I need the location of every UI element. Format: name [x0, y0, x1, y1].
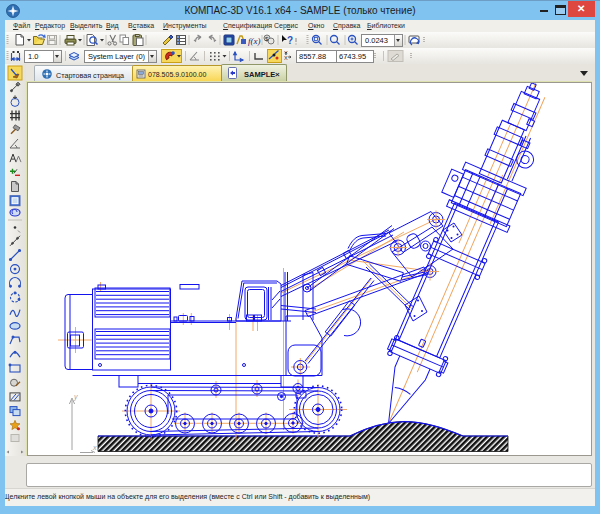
svg-text:f(x): f(x) — [248, 36, 261, 46]
svg-text:X: X — [284, 55, 288, 61]
svg-text:y: y — [73, 393, 78, 401]
svg-text:x: x — [92, 444, 97, 451]
svg-text:?: ? — [287, 35, 293, 46]
